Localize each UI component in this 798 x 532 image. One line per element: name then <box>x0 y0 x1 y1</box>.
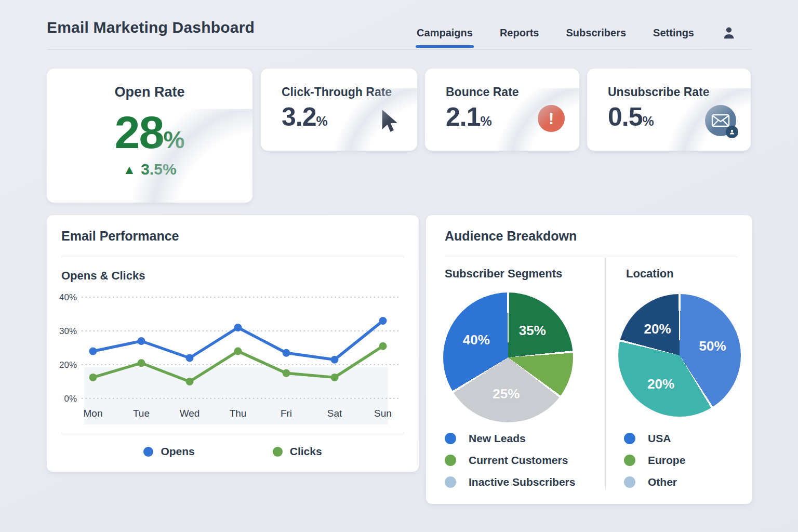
usa-legend-dot <box>624 433 635 444</box>
stat-title: Click-Through Rate <box>282 85 392 99</box>
segments-header: Subscriber Segments <box>445 267 562 281</box>
svg-text:0%: 0% <box>64 394 77 404</box>
top-nav: Campaigns Reports Subscribers Settings <box>417 25 737 41</box>
cursor-pointer-icon <box>378 108 400 135</box>
pie-slice-label: 20% <box>647 376 674 392</box>
stat-card-click-through-rate: Click-Through Rate 3.2% <box>261 69 417 151</box>
opens-clicks-line-chart: 40%30%20%0%MonTueWedThuFriSatSun <box>47 288 419 428</box>
legend-item-usa: USA <box>624 432 685 445</box>
europe-legend-dot <box>624 455 635 466</box>
nav-campaigns[interactable]: Campaigns <box>417 27 473 39</box>
pie-slice-label: 40% <box>463 332 490 348</box>
pie-slice-label: 20% <box>644 321 671 337</box>
svg-text:Fri: Fri <box>281 408 292 419</box>
legend-item-inactive-subscribers: Inactive Subscribers <box>445 476 575 488</box>
pie-slice-label: 25% <box>493 385 520 402</box>
new-leads-legend-dot <box>445 433 456 444</box>
divider <box>61 257 404 257</box>
stat-card-unsubscribe-rate: Unsubscribe Rate 0.5% <box>587 69 751 151</box>
delta-value: 3.5% <box>141 161 176 178</box>
legend-item-current-customers: Current Customers <box>445 454 575 467</box>
svg-text:40%: 40% <box>59 292 77 302</box>
email-performance-panel: Email Performance Opens & Clicks 40%30%2… <box>47 215 419 472</box>
stat-value: 28% <box>47 110 252 155</box>
legend-item-opens: Opens <box>143 445 194 458</box>
stat-title: Unsubscribe Rate <box>608 85 710 99</box>
user-avatar-icon[interactable] <box>721 25 737 41</box>
nav-subscribers[interactable]: Subscribers <box>566 27 626 39</box>
stat-value: 2.1% <box>446 103 492 131</box>
pie-slice-label: 35% <box>519 322 546 338</box>
chart-legend: Opens Clicks <box>47 445 419 458</box>
current-customers-legend-dot <box>445 455 456 466</box>
svg-text:30%: 30% <box>59 326 77 336</box>
svg-text:Wed: Wed <box>180 408 200 419</box>
legend-item-other: Other <box>624 476 685 488</box>
legend-item-europe: Europe <box>624 454 685 467</box>
email-marketing-dashboard: Email Marketing Dashboard Campaigns Repo… <box>0 0 798 532</box>
stat-title: Open Rate <box>47 84 252 100</box>
segments-legend: New Leads Current Customers Inactive Sub… <box>445 432 575 488</box>
stat-delta: ▲ 3.5% <box>47 161 252 178</box>
subscriber-segments-pie-chart: 35%25%40% <box>443 292 573 422</box>
location-pie-chart: 50%20%20% <box>618 294 741 417</box>
divider <box>61 433 404 433</box>
svg-text:Sun: Sun <box>374 408 392 419</box>
clicks-legend-dot <box>273 447 283 457</box>
legend-item-clicks: Clicks <box>273 445 322 458</box>
unsubscribe-badge-icon <box>726 126 738 138</box>
svg-text:Thu: Thu <box>230 408 247 419</box>
stat-card-bounce-rate: Bounce Rate 2.1% ! <box>425 69 579 151</box>
up-triangle-icon: ▲ <box>123 163 136 176</box>
stat-card-open-rate: Open Rate 28% ▲ 3.5% <box>47 69 252 203</box>
location-header: Location <box>626 267 674 281</box>
page-title: Email Marketing Dashboard <box>47 19 255 36</box>
stat-title: Bounce Rate <box>446 85 519 99</box>
nav-settings[interactable]: Settings <box>653 27 694 39</box>
svg-text:Mon: Mon <box>84 408 103 419</box>
alert-icon: ! <box>538 105 565 132</box>
opens-legend-dot <box>143 447 153 457</box>
chart-subtitle: Opens & Clicks <box>61 269 145 283</box>
inactive-subscribers-legend-dot <box>445 476 456 488</box>
header-divider <box>47 49 752 50</box>
audience-breakdown-panel: Audience Breakdown Subscriber Segments L… <box>426 215 752 504</box>
svg-text:20%: 20% <box>59 360 77 370</box>
panel-title: Email Performance <box>61 229 179 244</box>
divider <box>445 257 738 257</box>
other-legend-dot <box>624 476 635 488</box>
location-legend: USA Europe Other <box>624 432 685 488</box>
stat-value: 0.5% <box>608 103 654 131</box>
stat-value: 3.2% <box>282 103 328 131</box>
pie-slice-label: 50% <box>699 338 726 354</box>
svg-text:Tue: Tue <box>133 408 150 419</box>
unsubscribe-envelope-icon <box>705 105 736 136</box>
nav-reports[interactable]: Reports <box>500 27 539 39</box>
panel-title: Audience Breakdown <box>445 229 577 244</box>
legend-item-new-leads: New Leads <box>445 432 575 445</box>
column-divider <box>605 257 606 489</box>
svg-text:Sat: Sat <box>327 408 342 419</box>
